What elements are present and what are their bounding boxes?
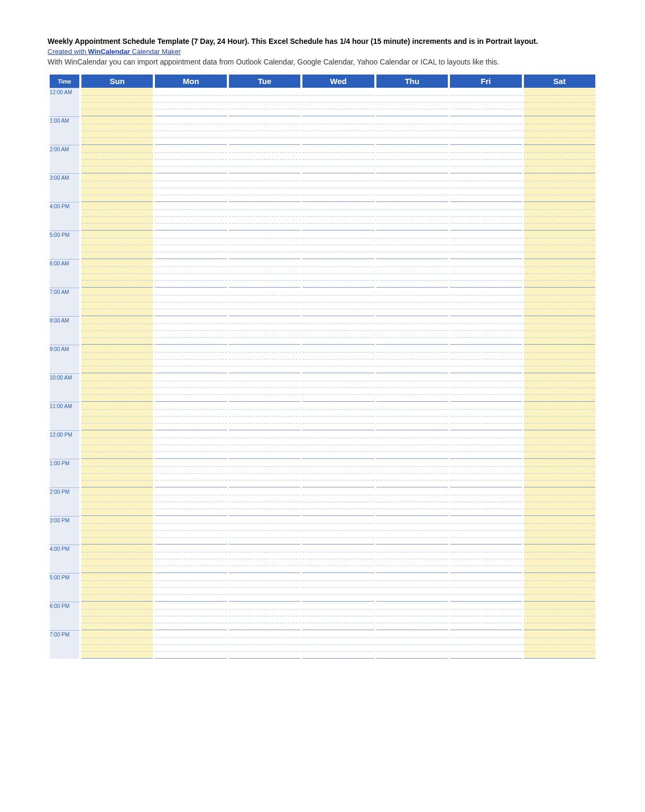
slot-cell[interactable] xyxy=(302,124,374,131)
slot-cell[interactable] xyxy=(81,459,153,467)
slot-cell[interactable] xyxy=(229,153,300,160)
slot-cell[interactable] xyxy=(450,173,521,181)
slot-cell[interactable] xyxy=(450,445,521,452)
slot-cell[interactable] xyxy=(81,195,153,202)
slot-cell[interactable] xyxy=(81,402,153,410)
slot-cell[interactable] xyxy=(81,531,153,538)
slot-cell[interactable] xyxy=(450,610,521,616)
slot-cell[interactable] xyxy=(450,302,521,309)
slot-cell[interactable] xyxy=(229,274,300,281)
slot-cell[interactable] xyxy=(376,359,448,366)
slot-cell[interactable] xyxy=(524,573,595,581)
slot-cell[interactable] xyxy=(155,645,226,652)
slot-cell[interactable] xyxy=(524,88,595,96)
slot-cell[interactable] xyxy=(302,616,374,623)
slot-cell[interactable] xyxy=(302,638,374,645)
slot-cell[interactable] xyxy=(376,373,448,381)
slot-cell[interactable] xyxy=(229,181,300,188)
slot-cell[interactable] xyxy=(376,160,448,167)
slot-cell[interactable] xyxy=(81,410,153,417)
slot-cell[interactable] xyxy=(81,302,153,309)
slot-cell[interactable] xyxy=(450,438,521,445)
slot-cell[interactable] xyxy=(302,153,374,160)
slot-cell[interactable] xyxy=(450,202,521,210)
slot-cell[interactable] xyxy=(524,366,595,373)
slot-cell[interactable] xyxy=(450,410,521,417)
slot-cell[interactable] xyxy=(229,630,300,638)
slot-cell[interactable] xyxy=(229,395,300,402)
slot-cell[interactable] xyxy=(302,195,374,202)
slot-cell[interactable] xyxy=(81,552,153,559)
slot-cell[interactable] xyxy=(450,188,521,195)
slot-cell[interactable] xyxy=(229,610,300,616)
slot-cell[interactable] xyxy=(155,588,226,595)
slot-cell[interactable] xyxy=(450,88,521,96)
slot-cell[interactable] xyxy=(81,373,153,381)
slot-cell[interactable] xyxy=(302,109,374,116)
slot-cell[interactable] xyxy=(155,131,226,138)
slot-cell[interactable] xyxy=(155,145,226,153)
slot-cell[interactable] xyxy=(81,359,153,366)
slot-cell[interactable] xyxy=(81,467,153,474)
slot-cell[interactable] xyxy=(229,588,300,595)
slot-cell[interactable] xyxy=(376,217,448,224)
slot-cell[interactable] xyxy=(524,388,595,395)
slot-cell[interactable] xyxy=(376,138,448,145)
slot-cell[interactable] xyxy=(229,296,300,302)
slot-cell[interactable] xyxy=(450,181,521,188)
slot-cell[interactable] xyxy=(524,610,595,616)
slot-cell[interactable] xyxy=(229,281,300,288)
slot-cell[interactable] xyxy=(302,595,374,602)
slot-cell[interactable] xyxy=(450,160,521,167)
slot-cell[interactable] xyxy=(229,366,300,373)
slot-cell[interactable] xyxy=(302,652,374,659)
slot-cell[interactable] xyxy=(450,623,521,630)
slot-cell[interactable] xyxy=(229,103,300,109)
slot-cell[interactable] xyxy=(229,595,300,602)
slot-cell[interactable] xyxy=(376,210,448,217)
slot-cell[interactable] xyxy=(450,630,521,638)
slot-cell[interactable] xyxy=(302,296,374,302)
slot-cell[interactable] xyxy=(302,338,374,345)
slot-cell[interactable] xyxy=(524,138,595,145)
slot-cell[interactable] xyxy=(81,474,153,481)
slot-cell[interactable] xyxy=(302,217,374,224)
slot-cell[interactable] xyxy=(450,573,521,581)
slot-cell[interactable] xyxy=(155,573,226,581)
slot-cell[interactable] xyxy=(524,259,595,267)
slot-cell[interactable] xyxy=(302,423,374,430)
slot-cell[interactable] xyxy=(81,230,153,238)
slot-cell[interactable] xyxy=(229,217,300,224)
slot-cell[interactable] xyxy=(229,481,300,487)
slot-cell[interactable] xyxy=(229,509,300,516)
slot-cell[interactable] xyxy=(155,245,226,252)
slot-cell[interactable] xyxy=(450,423,521,430)
slot-cell[interactable] xyxy=(376,616,448,623)
slot-cell[interactable] xyxy=(155,381,226,388)
slot-cell[interactable] xyxy=(524,217,595,224)
slot-cell[interactable] xyxy=(450,495,521,502)
slot-cell[interactable] xyxy=(229,124,300,131)
slot-cell[interactable] xyxy=(302,623,374,630)
slot-cell[interactable] xyxy=(229,202,300,210)
slot-cell[interactable] xyxy=(229,267,300,274)
slot-cell[interactable] xyxy=(81,545,153,552)
slot-cell[interactable] xyxy=(450,309,521,316)
slot-cell[interactable] xyxy=(155,353,226,359)
slot-cell[interactable] xyxy=(302,274,374,281)
slot-cell[interactable] xyxy=(302,224,374,230)
slot-cell[interactable] xyxy=(524,502,595,509)
slot-cell[interactable] xyxy=(81,173,153,181)
slot-cell[interactable] xyxy=(450,452,521,459)
slot-cell[interactable] xyxy=(155,338,226,345)
slot-cell[interactable] xyxy=(229,402,300,410)
slot-cell[interactable] xyxy=(524,103,595,109)
slot-cell[interactable] xyxy=(229,96,300,103)
slot-cell[interactable] xyxy=(229,195,300,202)
slot-cell[interactable] xyxy=(376,623,448,630)
slot-cell[interactable] xyxy=(81,395,153,402)
slot-cell[interactable] xyxy=(450,331,521,338)
slot-cell[interactable] xyxy=(229,302,300,309)
slot-cell[interactable] xyxy=(81,103,153,109)
slot-cell[interactable] xyxy=(229,388,300,395)
